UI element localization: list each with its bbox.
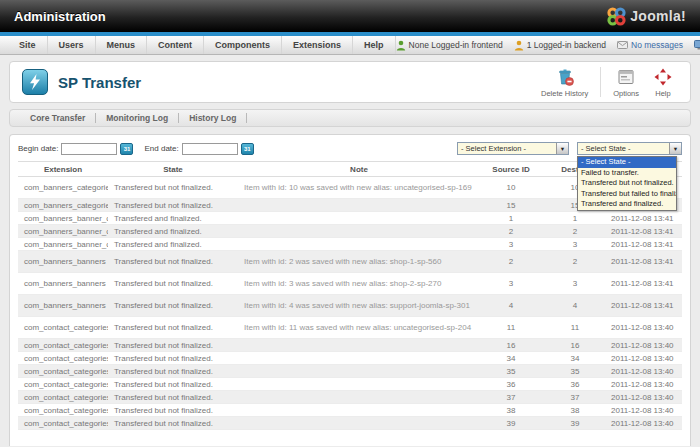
status-user-yellow: 1 Logged-in backend (514, 40, 606, 51)
tab-core-transfer[interactable]: Core Transfer (20, 113, 95, 123)
cell-dest-id: 1 (542, 214, 608, 223)
cell-dest-id: 16 (542, 341, 608, 350)
tab-separator (246, 113, 247, 123)
state-option[interactable]: Failed to transfer. (578, 168, 676, 179)
status-label: 1 Logged-in backend (527, 40, 606, 50)
state-option[interactable]: Transfered but not finalized. (578, 178, 676, 189)
joomla-logo: Joomla! (607, 7, 686, 26)
menu-item-components[interactable]: Components (204, 36, 282, 54)
tab-history-log[interactable]: History Log (179, 113, 246, 123)
chevron-down-icon[interactable]: ▼ (556, 143, 568, 154)
state-option[interactable]: Transfered and finalized. (578, 199, 676, 210)
table-row: com_contact_categoriesTransfered but not… (18, 352, 682, 365)
cell-extension: com_contact_categories (18, 354, 108, 363)
cell-date: 2011-12-08 13:41 (608, 257, 676, 266)
cell-state: Transfered but not finalized. (108, 393, 238, 402)
menu-item-menus[interactable]: Menus (96, 36, 148, 54)
begin-calendar-icon[interactable]: 31 (120, 143, 133, 155)
cell-note: Item with id: 4 was saved with new alias… (238, 301, 480, 310)
menu-item-help[interactable]: Help (353, 36, 396, 54)
cell-date: 2011-12-08 13:41 (608, 227, 676, 236)
state-select[interactable]: - Select State - ▼ (577, 142, 682, 155)
tab-monitoring-log[interactable]: Monitoring Log (96, 113, 178, 123)
cell-state: Transfered but not finalized. (108, 323, 238, 332)
cell-source-id: 34 (480, 354, 542, 363)
cell-extension: com_contact_categories (18, 323, 108, 332)
status-user-green: None Logged-in frontend (396, 40, 503, 51)
cell-extension: com_contact_categories (18, 367, 108, 376)
extension-select[interactable]: - Select Extension - ▼ (457, 142, 569, 155)
status-monitor[interactable]: View Site (694, 40, 700, 50)
joomla-logo-text: Joomla! (630, 8, 686, 24)
cell-extension: com_banners_categories (18, 201, 108, 210)
cell-source-id: 3 (480, 279, 542, 288)
cell-source-id: 36 (480, 380, 542, 389)
column-header-extension[interactable]: Extension (18, 165, 108, 174)
delete-history-button[interactable]: Delete History (534, 67, 595, 98)
filter-bar: Begin date: 31 End date: 31 - Select Ext… (10, 135, 690, 161)
table-row: com_contact_categoriesTransfered but not… (18, 378, 682, 391)
cell-state: Transfered but not finalized. (108, 257, 238, 266)
toolbar: Delete HistoryOptionsHelp (534, 67, 680, 98)
cell-dest-id: 11 (542, 323, 608, 332)
help-button[interactable]: Help (646, 67, 680, 98)
cell-date: 2011-12-08 13:40 (608, 393, 676, 402)
cell-date: 2011-12-08 13:40 (608, 354, 676, 363)
cell-dest-id: 39 (542, 419, 608, 428)
state-option[interactable]: - Select State - (578, 157, 676, 168)
status-label: None Logged-in frontend (409, 40, 503, 50)
cell-state: Transfered but not finalized. (108, 279, 238, 288)
cell-date: 2011-12-08 13:41 (608, 279, 676, 288)
page-title: SP Transfer (58, 74, 141, 91)
cell-source-id: 3 (480, 240, 542, 249)
cell-state: Transfered and finalized. (108, 227, 238, 236)
mail-icon (617, 41, 628, 49)
options-button[interactable]: Options (606, 67, 646, 98)
begin-date-input[interactable] (61, 143, 117, 155)
cell-date: 2011-12-08 13:40 (608, 367, 676, 376)
user-yellow-icon (514, 40, 524, 51)
cell-source-id: 2 (480, 227, 542, 236)
state-select-dropdown: - Select State -Failed to transfer.Trans… (577, 156, 677, 211)
cell-source-id: 16 (480, 341, 542, 350)
column-header-state[interactable]: State (108, 165, 238, 174)
cell-state: Transfered but not finalized. (108, 367, 238, 376)
cell-date: 2011-12-08 13:40 (608, 323, 676, 332)
cell-date: 2011-12-08 13:41 (608, 240, 676, 249)
menu-item-extensions[interactable]: Extensions (282, 36, 353, 54)
cell-source-id: 15 (480, 201, 542, 210)
column-header-note[interactable]: Note (238, 165, 480, 174)
toolbar-button-label: Delete History (541, 89, 588, 98)
menu-item-users[interactable]: Users (48, 36, 96, 54)
end-calendar-icon[interactable]: 31 (241, 143, 254, 155)
cell-state: Transfered but not finalized. (108, 380, 238, 389)
table-row: com_contact_categoriesTransfered but not… (18, 339, 682, 352)
cell-dest-id: 2 (542, 227, 608, 236)
toolbar-button-label: Options (613, 89, 639, 98)
state-option[interactable]: Transfered but failed to finalize. (578, 189, 676, 200)
menu-item-site[interactable]: Site (8, 36, 48, 54)
table-row: com_contact_categoriesTransfered but not… (18, 317, 682, 339)
cell-extension: com_contact_categories (18, 393, 108, 402)
toolbar-separator (600, 67, 601, 97)
cell-date: 2011-12-08 13:41 (608, 301, 676, 310)
menu-item-content[interactable]: Content (147, 36, 204, 54)
admin-title: Administration (14, 9, 106, 24)
cell-dest-id: 2 (542, 257, 608, 266)
cell-dest-id: 34 (542, 354, 608, 363)
end-date-input[interactable] (182, 143, 238, 155)
cell-extension: com_banners_banners (18, 279, 108, 288)
cell-dest-id: 35 (542, 367, 608, 376)
status-mail[interactable]: No messages (617, 40, 683, 50)
cell-dest-id: 36 (542, 380, 608, 389)
cell-extension: com_banners_banners (18, 257, 108, 266)
status-area: None Logged-in frontend1 Logged-in backe… (396, 40, 700, 51)
cell-extension: com_contact_categories (18, 380, 108, 389)
cell-date: 2011-12-08 13:40 (608, 419, 676, 428)
cell-date: 2011-12-08 13:40 (608, 341, 676, 350)
end-date-label: End date: (144, 144, 178, 153)
cell-extension: com_banners_banners (18, 301, 108, 310)
help-icon (653, 67, 673, 87)
column-header-source-id[interactable]: Source ID (480, 165, 542, 174)
chevron-down-icon[interactable]: ▼ (669, 143, 681, 154)
